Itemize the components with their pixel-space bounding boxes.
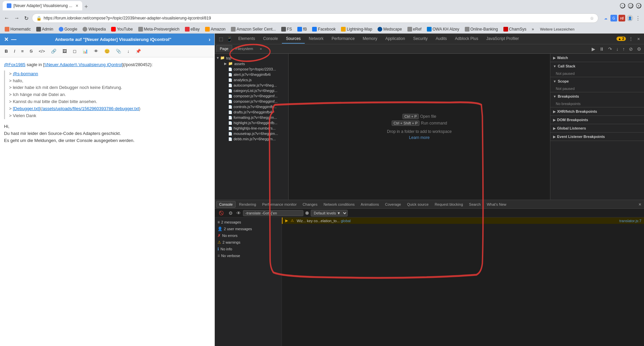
tree-autocomplete[interactable]: 📄 autocomplete.js?v=6heg... xyxy=(215,83,288,88)
tree-highlight[interactable]: 📄 highlight.js?v=6heggimfb... xyxy=(215,120,288,126)
dt-pause-btn[interactable]: ⏸ xyxy=(598,45,605,53)
console-close-icon[interactable]: × xyxy=(637,202,643,207)
dt-tab-jsprofiler[interactable]: JavaScript Profiler xyxy=(482,34,523,44)
console-tab-whats-new[interactable]: What's New xyxy=(484,201,509,207)
bm-owa[interactable]: OWA KH Alzey xyxy=(425,26,461,32)
dt-device-icon[interactable]: 📱 xyxy=(225,35,234,43)
tree-controls[interactable]: 📄 controls.js?v=6heggimfb... xyxy=(215,104,288,109)
bm-google[interactable]: Google xyxy=(57,26,80,32)
learn-more-link[interactable]: Learn more xyxy=(409,135,430,140)
tree-analytics[interactable]: 📄 analytics.js xyxy=(215,77,288,83)
tree-formatting[interactable]: 📄 formatting.js?v=6heggim... xyxy=(215,115,288,120)
close-btn[interactable]: × xyxy=(636,3,641,8)
tb-preview-btn[interactable]: 👁 xyxy=(92,47,100,55)
tb-attach-btn[interactable]: 📎 xyxy=(114,47,123,55)
sync-ext-icon[interactable]: G xyxy=(610,15,617,21)
tb-strike-btn[interactable]: S xyxy=(28,47,35,55)
console-tab-request-blocking[interactable]: Request blocking xyxy=(432,201,465,207)
bm-banking[interactable]: Online-Banking xyxy=(463,26,500,32)
console-level-select[interactable]: Default levels ▼ xyxy=(311,210,348,216)
dt-play-btn[interactable]: ▶ xyxy=(590,45,597,53)
reload-btn[interactable]: ↻ xyxy=(23,14,30,22)
dt-filesystem-tab[interactable]: Filesystem xyxy=(232,45,257,53)
bm-lightning[interactable]: Lightning-Map xyxy=(339,26,374,32)
bm-wikipedia[interactable]: Wikipedia xyxy=(81,26,108,32)
bm-amazon[interactable]: Amazon xyxy=(203,26,228,32)
cs-messages[interactable]: ≡ 2 messages xyxy=(215,219,282,226)
console-tab-changes[interactable]: Changes xyxy=(300,201,320,207)
tb-list-btn[interactable]: ≡ xyxy=(19,47,26,55)
console-filter-input[interactable] xyxy=(243,210,303,216)
bookmark-star-icon[interactable]: ☆ xyxy=(590,16,594,21)
tb-code-btn[interactable]: </> xyxy=(37,47,47,55)
dt-more-btn[interactable]: ⋮ xyxy=(627,35,635,43)
bm-fs[interactable]: FS xyxy=(279,26,294,32)
bm-youtube[interactable]: YouTube xyxy=(109,26,135,32)
minimize-btn[interactable]: − xyxy=(620,3,625,8)
dt-step-out-btn[interactable]: ↑ xyxy=(621,45,626,53)
tree-root[interactable]: ▼ 📁 top xyxy=(215,55,288,61)
dt-page-tab[interactable]: Page xyxy=(216,45,232,53)
dt-tab-audits[interactable]: Audits xyxy=(432,34,451,44)
menu-dots-icon[interactable]: ⋮ xyxy=(635,15,641,21)
tree-composer1[interactable]: 📄 composer.js?v=6heggimf... xyxy=(215,93,288,99)
address-bar[interactable]: 🔒 https://forum.iobroker.net/compose?p=/… xyxy=(32,13,598,23)
bm-further[interactable]: Weitere Lesezeichen xyxy=(540,27,575,31)
console-settings-btn[interactable]: ⚙ xyxy=(227,209,234,217)
profile-icon[interactable]: 👤 xyxy=(627,15,633,21)
dt-tab-performance[interactable]: Performance xyxy=(328,34,359,44)
console-tab-perf-monitor[interactable]: Performance monitor xyxy=(259,201,299,207)
console-tab-search[interactable]: Search xyxy=(466,201,484,207)
rd-ext-icon[interactable]: rd xyxy=(618,15,625,21)
bm-eref[interactable]: eRef xyxy=(405,26,424,32)
tb-upload-btn[interactable]: ↓ xyxy=(125,47,132,55)
editor-content[interactable]: @Fox1985 sagte in [\\Neuer Adapter\\ Vis… xyxy=(0,57,214,346)
dt-step-over-btn[interactable]: ↷ xyxy=(607,45,613,53)
maximize-btn[interactable]: □ xyxy=(628,3,633,8)
dt-tab-adblock[interactable]: Adblock Plus xyxy=(451,34,482,44)
editor-close-icon[interactable]: ✕ xyxy=(4,36,8,43)
dt-tab-application[interactable]: Application xyxy=(381,34,409,44)
bm-amazon-seller[interactable]: Amazon Seller Cent... xyxy=(229,26,278,32)
dt-settings-icon[interactable]: ⚙ xyxy=(636,45,643,53)
active-tab[interactable]: [Neuer Adapter] Visualisierung ... × xyxy=(3,1,82,10)
dt-tab-network[interactable]: Network xyxy=(305,34,328,44)
console-tab-console[interactable]: Console xyxy=(216,201,236,208)
tree-drafts[interactable]: 📄 drafts.js?v=6heggimfb4i xyxy=(215,109,288,115)
forward-btn[interactable]: → xyxy=(13,14,21,22)
cs-user-messages[interactable]: 👤 2 user messages xyxy=(215,226,282,232)
dt-tabs-more[interactable]: » xyxy=(256,45,265,53)
mention-link[interactable]: @Fox1985 xyxy=(4,62,26,67)
dt-tab-security[interactable]: Security xyxy=(409,34,432,44)
tb-emoji-btn[interactable]: 😊 xyxy=(102,47,112,55)
tb-link-btn[interactable]: 🔗 xyxy=(49,47,58,55)
tree-mousetrap[interactable]: 📄 mousetrap.js?v=6heggim... xyxy=(215,131,288,136)
tab-close-btn[interactable]: × xyxy=(76,3,78,8)
dt-tab-memory[interactable]: Memory xyxy=(359,34,381,44)
tb-image-btn[interactable]: 🖼 xyxy=(60,47,69,55)
dt-close-devtools-btn[interactable]: × xyxy=(636,35,641,43)
cs-no-verbose[interactable]: ≡ No verbose xyxy=(215,252,282,259)
cs-no-errors[interactable]: ✗ No errors xyxy=(215,232,282,239)
back-btn[interactable]: ← xyxy=(3,14,11,22)
editor-minimize-icon[interactable]: — xyxy=(11,37,16,43)
console-clear-btn[interactable]: 🚫 xyxy=(217,209,225,217)
bm-meta[interactable]: Meta-Preisvergleich xyxy=(136,26,182,32)
bm-medscape[interactable]: Medscape xyxy=(376,26,404,32)
tb-pin-btn[interactable]: 📌 xyxy=(134,47,143,55)
tb-italic-btn[interactable]: I xyxy=(12,47,17,55)
bm-chamsys[interactable]: ChamSys xyxy=(501,26,529,32)
bm-ebay[interactable]: eBay xyxy=(183,26,202,32)
bm-more-btn[interactable]: » xyxy=(530,26,536,32)
tb-chart-btn[interactable]: 📊 xyxy=(81,47,90,55)
tree-composer2[interactable]: 📄 composer.js?v=6heggimf... xyxy=(215,99,288,104)
console-tab-coverage[interactable]: Coverage xyxy=(382,201,404,207)
dt-inspect-icon[interactable]: ⬚ xyxy=(217,35,225,43)
tree-debb[interactable]: 📄 debb.min.js?v=6heggim... xyxy=(215,136,288,142)
new-tab-btn[interactable]: + xyxy=(84,3,88,10)
console-tab-animations[interactable]: Animations xyxy=(358,201,382,207)
dt-deactivate-btn[interactable]: ⊘ xyxy=(628,45,634,53)
dt-step-into-btn[interactable]: ↓ xyxy=(615,45,620,53)
cs-no-info[interactable]: ℹ No info xyxy=(215,246,282,252)
cs-warnings[interactable]: ⚠ 2 warnings xyxy=(215,239,282,246)
